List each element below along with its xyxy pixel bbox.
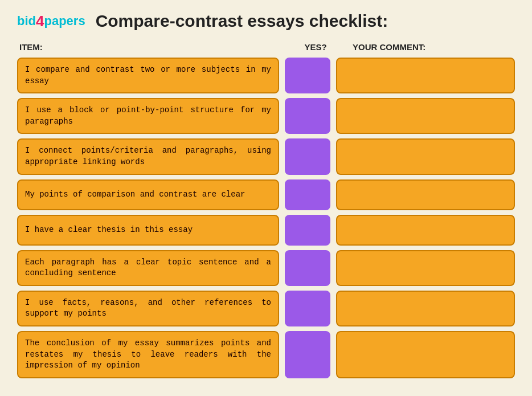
col-item-header: ITEM: <box>19 42 287 52</box>
logo-4: 4 <box>36 13 44 30</box>
yes-checkbox-0[interactable] <box>285 58 330 93</box>
col-comment-header: YOUR COMMENT: <box>344 42 513 52</box>
col-yes-header: YES? <box>287 42 344 52</box>
yes-checkbox-5[interactable] <box>285 250 330 286</box>
item-text-4: I have a clear thesis in this essay <box>17 215 279 246</box>
comment-box-5[interactable] <box>336 250 515 286</box>
yes-checkbox-2[interactable] <box>285 138 330 174</box>
item-text-3: My points of comparison and contrast are… <box>17 179 279 210</box>
checklist-row: I compare and contrast two or more subje… <box>17 58 515 93</box>
checklist-row: I connect points/criteria and paragraphs… <box>17 138 515 174</box>
yes-checkbox-1[interactable] <box>285 98 330 134</box>
item-text-5: Each paragraph has a clear topic sentenc… <box>17 250 279 286</box>
comment-box-1[interactable] <box>336 98 515 134</box>
item-text-6: I use facts, reasons, and other referenc… <box>17 291 279 326</box>
yes-checkbox-4[interactable] <box>285 215 330 246</box>
logo-papers: papers <box>44 14 85 28</box>
comment-box-3[interactable] <box>336 179 515 210</box>
checklist: I compare and contrast two or more subje… <box>17 58 515 378</box>
item-text-1: I use a block or point-by-point structur… <box>17 98 279 134</box>
logo-bid: bid <box>17 14 36 28</box>
yes-checkbox-7[interactable] <box>285 331 330 378</box>
yes-checkbox-6[interactable] <box>285 291 330 326</box>
checklist-row: Each paragraph has a clear topic sentenc… <box>17 250 515 286</box>
checklist-row: I have a clear thesis in this essay <box>17 215 515 246</box>
comment-box-4[interactable] <box>336 215 515 246</box>
yes-checkbox-3[interactable] <box>285 179 330 210</box>
logo: bid4papers <box>17 13 85 30</box>
checklist-row: My points of comparison and contrast are… <box>17 179 515 210</box>
column-headers: ITEM: YES? YOUR COMMENT: <box>17 42 515 52</box>
item-text-0: I compare and contrast two or more subje… <box>17 58 279 93</box>
comment-box-7[interactable] <box>336 331 515 378</box>
page-title: Compare-contrast essays checklist: <box>96 11 388 31</box>
comment-box-0[interactable] <box>336 58 515 93</box>
item-text-7: The conclusion of my essay summarizes po… <box>17 331 279 378</box>
comment-box-2[interactable] <box>336 138 515 174</box>
checklist-row: I use facts, reasons, and other referenc… <box>17 291 515 326</box>
item-text-2: I connect points/criteria and paragraphs… <box>17 138 279 174</box>
checklist-row: I use a block or point-by-point structur… <box>17 98 515 134</box>
checklist-row: The conclusion of my essay summarizes po… <box>17 331 515 378</box>
page-header: bid4papers Compare-contrast essays check… <box>17 11 515 31</box>
comment-box-6[interactable] <box>336 291 515 326</box>
